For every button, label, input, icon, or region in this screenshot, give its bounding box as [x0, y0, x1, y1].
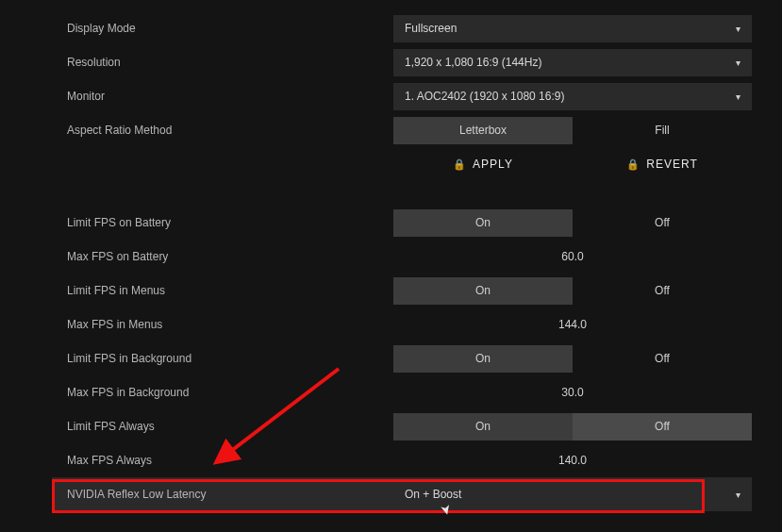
max-fps-battery-value[interactable]: 60.0: [393, 243, 752, 271]
setting-label-aspect-ratio: Aspect Ratio Method: [52, 124, 393, 137]
setting-label-display-mode: Display Mode: [52, 22, 393, 35]
nvidia-reflex-dropdown[interactable]: On + Boost ▾: [393, 481, 752, 508]
resolution-value: 1,920 x 1,080 16:9 (144Hz): [405, 56, 541, 69]
aspect-ratio-letterbox-button[interactable]: Letterbox: [393, 117, 573, 144]
max-fps-background-value[interactable]: 30.0: [393, 379, 752, 407]
resolution-dropdown[interactable]: 1,920 x 1,080 16:9 (144Hz) ▾: [393, 49, 752, 76]
setting-label-limit-fps-background: Limit FPS in Background: [52, 352, 393, 365]
chevron-down-icon: ▾: [736, 91, 740, 102]
aspect-ratio-fill-button[interactable]: Fill: [573, 117, 752, 144]
display-mode-dropdown[interactable]: Fullscreen ▾: [393, 15, 752, 42]
max-fps-always-value[interactable]: 140.0: [393, 447, 752, 474]
setting-label-max-fps-background: Max FPS in Background: [52, 386, 393, 399]
limit-fps-menus-on[interactable]: On: [393, 277, 573, 305]
setting-label-limit-fps-menus: Limit FPS in Menus: [52, 284, 393, 297]
max-fps-menus-value[interactable]: 144.0: [393, 311, 752, 339]
apply-label: APPLY: [473, 158, 513, 171]
setting-label-limit-fps-always: Limit FPS Always: [52, 420, 393, 433]
limit-fps-always-off[interactable]: Off: [573, 413, 752, 441]
lock-icon: 🔒: [626, 158, 641, 171]
limit-fps-battery-off[interactable]: Off: [573, 209, 752, 237]
nvidia-reflex-value: On + Boost: [405, 488, 461, 501]
setting-label-max-fps-battery: Max FPS on Battery: [52, 250, 393, 263]
setting-label-max-fps-menus: Max FPS in Menus: [52, 318, 393, 331]
setting-label-resolution: Resolution: [52, 56, 393, 69]
setting-label-limit-fps-battery: Limit FPS on Battery: [52, 216, 393, 229]
limit-fps-background-on[interactable]: On: [393, 345, 573, 373]
monitor-value: 1. AOC2402 (1920 x 1080 16:9): [405, 90, 564, 103]
limit-fps-menus-off[interactable]: Off: [573, 277, 752, 305]
setting-label-max-fps-always: Max FPS Always: [52, 454, 393, 467]
limit-fps-background-off[interactable]: Off: [573, 345, 752, 373]
revert-button[interactable]: 🔒 REVERT: [573, 158, 752, 171]
lock-icon: 🔒: [453, 158, 467, 171]
setting-label-nvidia-reflex: NVIDIA Reflex Low Latency: [52, 488, 393, 501]
revert-label: REVERT: [646, 158, 697, 171]
chevron-down-icon: ▾: [736, 490, 740, 500]
chevron-down-icon: ▾: [736, 24, 740, 34]
limit-fps-battery-on[interactable]: On: [393, 209, 573, 237]
display-mode-value: Fullscreen: [405, 22, 457, 35]
apply-button[interactable]: 🔒 APPLY: [393, 158, 573, 171]
monitor-dropdown[interactable]: 1. AOC2402 (1920 x 1080 16:9) ▾: [393, 83, 752, 110]
chevron-down-icon: ▾: [736, 58, 740, 68]
limit-fps-always-on[interactable]: On: [393, 413, 573, 441]
setting-label-monitor: Monitor: [52, 90, 393, 103]
